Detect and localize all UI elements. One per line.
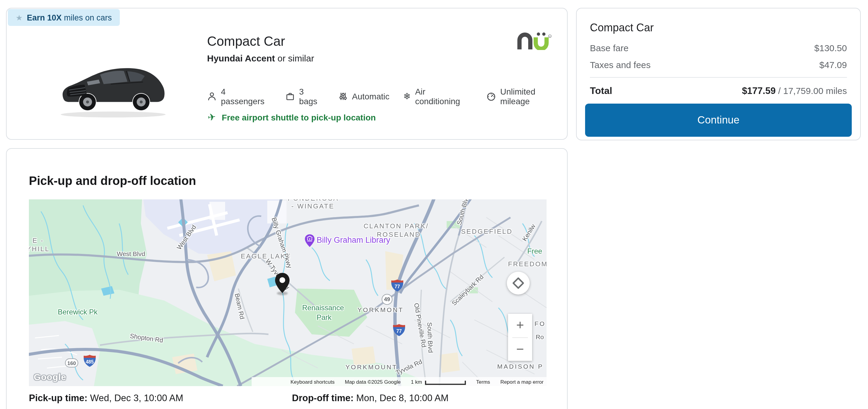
star-icon: ★ [16,13,23,22]
location-card: Pick-up and drop-off location [6,148,568,409]
map-zoom-control: + − [508,314,532,361]
mileage-icon [486,92,496,101]
map-pan-control[interactable] [507,272,530,295]
highway-shield-485: 485 [82,355,97,369]
bag-icon [285,92,295,101]
car-photo [54,61,173,119]
highway-shield-160: 160 [65,358,78,368]
keyboard-shortcuts-link[interactable]: Keyboard shortcuts [290,379,334,385]
scale-bar [425,380,466,385]
map-label: E - [32,237,44,244]
map-label: FO [534,320,546,327]
passenger-icon [207,92,217,101]
map-data-text: Map data ©2025 Google [345,379,401,385]
summary-title: Compact Car [590,22,654,34]
map-label: YHILL [29,245,50,253]
library-poi-icon[interactable] [305,234,315,247]
map-label: YORKMOUNT [345,363,398,371]
map-label: Free [527,247,542,255]
svg-text:485: 485 [86,359,94,364]
highway-shield-77: 77 [391,280,404,294]
map-label: PONDEROSA [288,199,339,202]
feature-item: Unlimited mileage [486,87,567,106]
shuttle-perk-text: Free airport shuttle to pick-up location [222,112,376,122]
summary-divider [590,77,847,78]
feature-item: ❄Air conditioning [403,87,472,106]
map-label: YORKMONT [358,306,404,313]
feature-item: 3 bags [285,87,324,106]
map-scale: 1 km [411,379,466,385]
price-summary-panel: Compact Car Base fare $130.50 Taxes and … [576,8,861,140]
svg-text:R: R [549,35,551,38]
airplane-icon: ✈ [207,111,216,123]
map-label: SEDGEFIELD [461,228,513,235]
transmission-icon [338,92,348,101]
zoom-out-button[interactable]: − [508,338,532,361]
ac-icon: ❄ [403,92,411,101]
total-value: $177.59 / 17,759.00 miles [742,86,847,96]
location-heading: Pick-up and drop-off location [29,174,196,188]
svg-text:77: 77 [396,329,402,334]
report-map-error-link[interactable]: Report a map error [500,379,544,385]
map-label: CLANTON PARK/ [364,222,429,230]
highway-shield-77: 77 [393,324,406,339]
google-logo[interactable]: Google [34,372,66,382]
vehicle-title: Compact Car [207,34,285,49]
feature-label: 3 bags [299,87,324,106]
page: ★ Earn 10X miles on cars Compact Car Hyu… [0,0,868,409]
vehicle-card: ★ Earn 10X miles on cars Compact Car Hyu… [6,8,568,140]
map-label: - WINGATE [291,202,334,210]
vehicle-model: Hyundai Accent or similar [207,53,314,63]
taxes-value: $47.09 [819,60,847,70]
map-label: South Blvd [426,322,435,353]
badge-text: Earn 10X miles on cars [27,13,112,22]
base-fare-row: Base fare $130.50 [590,43,847,53]
base-fare-value: $130.50 [814,43,847,53]
earn-miles-badge: ★ Earn 10X miles on cars [8,9,120,26]
pan-arrows-icon [512,276,525,290]
map-label: MADISON P [497,362,544,370]
shuttle-perk: ✈ Free airport shuttle to pick-up locati… [208,111,376,123]
vehicle-features: 4 passengers3 bagsAutomatic❄Air conditio… [207,87,567,106]
base-fare-label: Base fare [590,43,628,53]
total-row: Total $177.59 / 17,759.00 miles [590,86,847,96]
highway-shield-49: 49 [382,294,393,305]
map-label: FREEDOM [508,260,547,267]
map-label: Berewick Pk [58,308,97,316]
total-label: Total [590,86,612,96]
pickup-location-marker[interactable] [275,272,290,294]
map-label: Ro [536,333,544,340]
feature-label: Automatic [352,92,390,101]
taxes-row: Taxes and fees $47.09 [590,60,847,70]
map-attribution: Keyboard shortcuts Map data ©2025 Google… [252,377,547,386]
feature-item: 4 passengers [207,87,272,106]
feature-label: Air conditioning [415,87,472,106]
taxes-label: Taxes and fees [590,60,651,70]
svg-text:77: 77 [395,284,400,289]
map-label: Park [317,313,331,322]
feature-label: Unlimited mileage [500,87,567,106]
feature-item: Automatic [338,92,390,101]
google-map[interactable]: PONDEROSA- WINGATECLANTON PARK/ROSELANDS… [29,199,547,386]
zoom-in-button[interactable]: + [508,314,532,337]
feature-label: 4 passengers [221,87,272,106]
map-label: West Blvd [117,250,145,257]
library-poi-label[interactable]: Billy Graham Library [317,236,390,244]
terms-link[interactable]: Terms [476,379,490,385]
map-label: Renaissance [302,303,344,312]
nu-car-rentals-logo: R [515,32,553,50]
dropoff-time: Drop-off time: Mon, Dec 8, 10:00 AM [292,393,448,404]
continue-button[interactable]: Continue [585,104,852,137]
pickup-time: Pick-up time: Wed, Dec 3, 10:00 AM [29,393,183,404]
